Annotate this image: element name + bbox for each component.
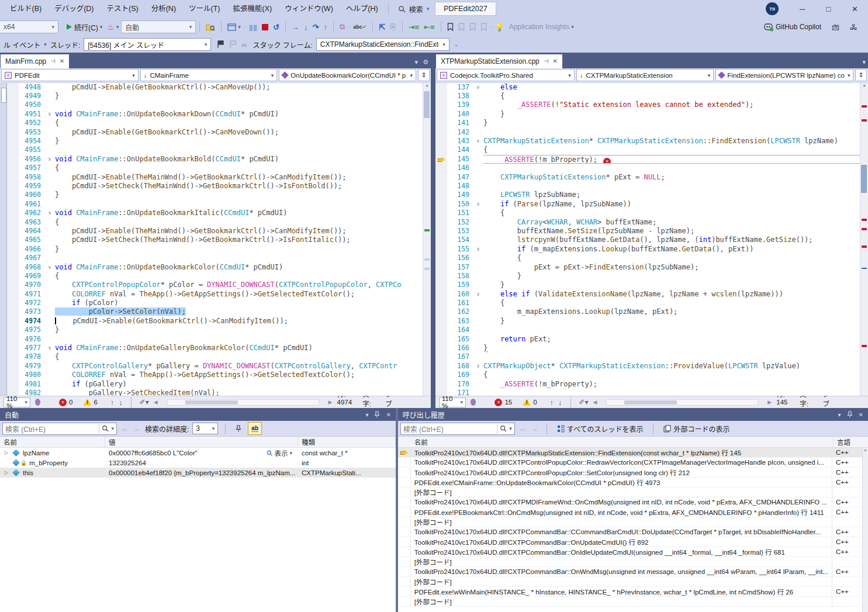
indicator-margin[interactable] xyxy=(7,371,19,379)
column-type[interactable]: 種類 xyxy=(298,437,396,447)
indicator-margin[interactable] xyxy=(435,200,447,209)
autos-row[interactable]: 🔒m_bProperty1323925264int xyxy=(0,458,396,468)
code-line[interactable]: 4977∨void CMainFrame::OnUpdateGalleryBoo… xyxy=(7,344,431,352)
code-line[interactable]: 166} xyxy=(435,344,868,352)
indicator-margin[interactable] xyxy=(7,307,19,316)
code-line[interactable]: 4966} xyxy=(7,245,431,254)
callstack-title-bar[interactable]: 呼び出し履歴 ▾ ✕ xyxy=(398,408,868,421)
zoom-dropdown[interactable]: 110 % ▾ xyxy=(439,397,466,407)
callstack-row[interactable]: PDFEdit.exe!wWinMain(HINSTANCE_ * hInsta… xyxy=(398,587,862,597)
feedback-button[interactable]: 🖧 xyxy=(848,20,860,34)
indicator-margin[interactable] xyxy=(435,92,447,101)
indicator-margin[interactable] xyxy=(435,191,447,199)
code-line[interactable]: 163 } xyxy=(435,317,868,326)
code-line[interactable]: 144{ xyxy=(435,146,868,154)
menu-item[interactable]: デバッグ(D) xyxy=(48,0,100,18)
fold-indicator[interactable]: ∨ xyxy=(473,362,483,371)
indicator-margin[interactable] xyxy=(7,173,19,182)
indicator-margin[interactable] xyxy=(7,155,19,164)
search-next-icon[interactable]: → xyxy=(133,424,140,433)
fold-indicator[interactable]: ∨ xyxy=(44,110,55,119)
callstack-row[interactable]: ToolkitPro2410vc170x64UD.dll!CXTPControl… xyxy=(398,458,862,468)
chevron-down-icon[interactable]: ▾ xyxy=(838,412,841,418)
maximize-button[interactable]: □ xyxy=(815,0,842,18)
chevron-down-icon[interactable]: ▾ xyxy=(365,412,368,418)
step-over-button[interactable]: ↷ xyxy=(310,20,321,34)
zoom-dropdown[interactable]: 110 % ▾ xyxy=(4,397,30,407)
indicator-margin[interactable] xyxy=(435,227,447,236)
flag-filter-button[interactable] xyxy=(227,37,239,51)
code-line[interactable]: 4960} xyxy=(7,191,431,199)
indicator-margin[interactable] xyxy=(435,344,447,352)
code-line[interactable]: 165 return pExt; xyxy=(435,335,868,344)
horizontal-scrollbar[interactable] xyxy=(167,399,319,406)
scroll-left-icon[interactable]: ◀ xyxy=(154,399,158,405)
indicator-margin[interactable] xyxy=(7,389,19,396)
code-line[interactable]: 139 _ASSERTE(!"Static extension leaves c… xyxy=(435,101,868,109)
next-bookmark-button[interactable] xyxy=(467,20,478,34)
code-line[interactable]: 4976 xyxy=(7,335,431,344)
code-line[interactable]: 155∨ if (m_mapExtensions.Lookup(buffExtN… xyxy=(435,245,868,254)
indicator-margin[interactable] xyxy=(435,83,447,92)
step-into-button[interactable]: ↓ xyxy=(302,20,310,34)
prev-issue-button[interactable]: ↑ xyxy=(110,398,115,407)
gear-icon[interactable]: ⚙ xyxy=(423,58,428,66)
hot-reload-button[interactable]: ♨ ▾ xyxy=(105,20,121,34)
scroll-right-icon[interactable]: ▶ xyxy=(767,399,772,405)
app-insights-dropdown[interactable]: Application Insights ▾ xyxy=(507,20,576,34)
code-line[interactable]: 4957{ xyxy=(7,164,431,172)
indicator-margin[interactable] xyxy=(7,200,19,209)
code-line[interactable]: 146 xyxy=(435,164,868,172)
platform-combo[interactable]: x64 ▾ xyxy=(0,20,58,33)
warning-count[interactable]: 0 xyxy=(523,399,537,406)
prev-bookmark-button[interactable] xyxy=(456,20,467,34)
stop-button[interactable] xyxy=(260,20,271,34)
autos-row[interactable]: ▷this0x000001eb4ef18f20 {m_bProperty=132… xyxy=(0,468,396,478)
indicator-margin[interactable] xyxy=(7,344,19,352)
pin-icon[interactable]: ⊣ xyxy=(544,58,549,64)
indicator-margin[interactable] xyxy=(7,110,19,119)
browse-search-button[interactable] xyxy=(203,20,217,34)
indicator-margin[interactable] xyxy=(435,307,447,316)
callstack-row[interactable]: ToolkitPro2410vc170x64UD.dll!CXTPCommand… xyxy=(398,527,862,537)
callstack-row[interactable]: [外部コード] xyxy=(398,597,862,607)
code-line[interactable]: 4962∨void CMainFrame::OnUpdateBookmarkIt… xyxy=(7,209,431,217)
indicator-margin[interactable] xyxy=(435,173,447,182)
fold-indicator[interactable]: ∨ xyxy=(44,155,55,164)
indicator-margin[interactable] xyxy=(435,236,447,244)
toolbar-overflow-icon[interactable]: ⌄ xyxy=(454,42,459,47)
callstack-row[interactable]: ToolkitPro2410vc170x64UD.dll!CXTPControl… xyxy=(398,468,862,478)
method-dropdown[interactable]: FindExtension(LPCWSTR lpzName) co ▾ xyxy=(715,69,853,81)
split-editor-handle[interactable]: ⇕ xyxy=(855,69,867,81)
code-line[interactable]: 4968∨void CMainFrame::OnUpdateBookmarkCo… xyxy=(7,263,431,272)
column-name[interactable]: 名前 xyxy=(398,437,833,447)
indicator-margin[interactable] xyxy=(435,146,447,154)
events-label[interactable]: ル イベント xyxy=(0,40,44,50)
thread-combo[interactable]: [54536] メイン スレッド ▾ xyxy=(84,38,211,51)
scroll-right-icon[interactable]: ▶ xyxy=(328,399,333,405)
code-line[interactable]: 4979 CXTPControlGallery* pGallery = DYNA… xyxy=(7,362,431,371)
share-button[interactable]: 🖄 xyxy=(829,20,842,34)
expander-icon[interactable]: ▷ xyxy=(4,470,9,475)
code-line[interactable]: 162 m_mapExtensions.Lookup(lpzName, pExt… xyxy=(435,307,868,316)
code-line[interactable]: 4961 xyxy=(7,200,431,209)
warning-count[interactable]: 6 xyxy=(83,399,97,406)
code-line[interactable]: 149 LPCWSTR lpzSubName; xyxy=(435,191,868,199)
code-line[interactable]: 4955 xyxy=(7,146,431,154)
code-line[interactable]: 147 CXTPMarkupStaticExtension* pExt = NU… xyxy=(435,173,868,182)
code-cleanup-icon[interactable]: ✐▾ xyxy=(140,398,149,406)
menu-item[interactable]: ウィンドウ(W) xyxy=(278,0,340,18)
minimize-button[interactable]: ─ xyxy=(789,0,815,18)
granularity-dropdown[interactable]: 3 ▾ xyxy=(192,423,218,434)
code-line[interactable]: 4959 pCmdUI->SetCheck(TheMainWnd()->GetB… xyxy=(7,182,431,191)
indent-button[interactable]: ⇥≡ xyxy=(406,20,421,34)
chevron-down-icon[interactable]: ▾ xyxy=(862,58,866,66)
autos-combo[interactable]: 自動 ▾ xyxy=(121,20,196,33)
indicator-margin[interactable] xyxy=(435,245,447,254)
menu-item[interactable]: テスト(S) xyxy=(101,0,145,18)
indicator-margin[interactable] xyxy=(435,281,447,289)
scroll-up-icon[interactable]: ▲ xyxy=(423,83,431,88)
indicator-margin[interactable] xyxy=(435,110,447,119)
indicator-margin[interactable] xyxy=(435,182,447,191)
search-next-icon[interactable]: → xyxy=(531,424,538,433)
